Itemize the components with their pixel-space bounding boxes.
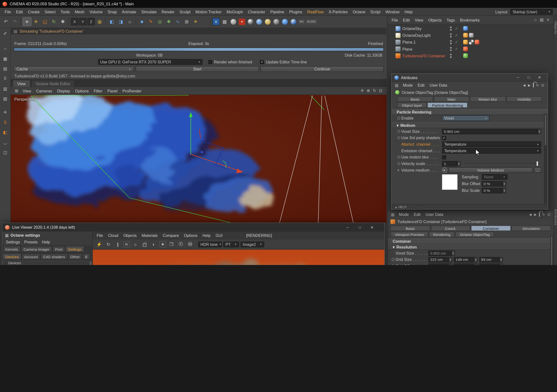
octane-settings-menu-item[interactable]: Presets [22,240,40,244]
render-view-icon[interactable]: ◧ [107,17,116,26]
render-settings-icon[interactable]: ☼ [125,17,134,26]
attributes-tab[interactable]: Motion blur [470,96,506,102]
subdivision-surface-icon[interactable]: ◎ [155,17,164,26]
light-icon[interactable]: ☀ [191,17,200,26]
region-render-icon[interactable]: R [123,241,130,247]
xparticles-icon[interactable]: X [212,18,220,25]
snap-icon[interactable]: ◡ [1,138,10,147]
container-tab[interactable]: Octane ObjectTag [455,232,494,237]
medium-group-header[interactable]: ▾ Medium [392,122,548,128]
menu-item[interactable]: Octane [350,9,368,14]
attributes-tab[interactable]: Basic [397,96,433,102]
grid-offset-z-field[interactable]: 0 cm▲▼ [479,263,503,265]
blend-icon[interactable]: BLEND [306,19,317,24]
lock-resolution-icon[interactable] [140,240,148,248]
octane-settings-tab[interactable]: Settings [65,246,84,252]
axis-lock-z-icon[interactable]: Z [87,18,95,25]
object-row-selected[interactable]: TurbulenceFD Container [388,52,553,59]
gray-sphere-icon[interactable] [231,19,236,25]
perspective-viewport[interactable]: Perspective [11,95,386,223]
spline-pen-icon[interactable]: ✎ [146,17,155,26]
viewport-menu-item[interactable]: Display [55,89,73,93]
viewport-maximize-icon[interactable]: ⊡ [379,88,382,93]
team-render-icon[interactable]: ▩ [220,17,229,26]
container-tab[interactable]: Basic [391,226,430,231]
attributes-titlebar[interactable]: Attributes ─ □ ✕ [392,74,548,82]
phong-tag-icon[interactable] [463,40,468,44]
grid-size-y-field[interactable]: 149 cm▲▼ [454,257,478,262]
stepper-icon[interactable]: ▲▼ [449,263,452,265]
prev-object-icon[interactable]: ◀ [529,213,532,216]
panel-scrollbar[interactable] [550,236,553,265]
close-icon[interactable]: ✕ [366,224,378,231]
enabled-check-icon[interactable]: ✓ [455,26,459,30]
om-home-icon[interactable]: ⌂ [534,17,537,22]
close-icon[interactable]: ✕ [534,74,545,81]
octane-settings-subtab[interactable]: Other [68,253,82,259]
om-filter-icon[interactable]: ▤ [540,17,543,22]
attributes-tab[interactable]: Main [434,96,469,102]
motion-blur-checkbox[interactable] [442,155,446,159]
sampling-select[interactable]: None ▼ [482,174,508,180]
octane-sky-ball-icon[interactable] [256,19,262,25]
menu-item[interactable]: Create [25,9,42,14]
viewport-tab[interactable]: Octane Node Editor [31,80,75,87]
edge-tab-attributes[interactable]: Attributes [554,209,557,226]
render-view[interactable]: Out-of-core used/max:0Kb/8Gb Grey8/16: 0… [93,249,385,265]
viewport-menu-item[interactable]: Panel [105,89,120,93]
maximize-icon[interactable]: □ [354,224,366,231]
menu-item[interactable]: Render [159,9,177,14]
keyframe-dot-icon[interactable] [397,156,400,159]
settings-scrollbar[interactable] [89,261,92,265]
menu-item[interactable]: Plugins [287,9,305,14]
octane-settings-menu-item[interactable]: Help [40,240,52,244]
attributes-dock-menu-item[interactable]: Edit [411,212,423,217]
container-tab[interactable]: Rendering [429,232,455,237]
panel-grid-icon[interactable]: ⊡ [548,213,550,216]
next-object-icon[interactable]: ▶ [528,83,530,87]
live-viewer-menu-item[interactable]: Help [200,234,213,238]
live-viewer-menu-item[interactable]: Materials [139,234,160,238]
octane-sun-ball-icon[interactable] [265,19,271,25]
attributes-tab[interactable]: Object layer [397,102,426,108]
attributes-dock-menu-item[interactable]: User Data [423,212,446,217]
viewport-orbit-icon[interactable]: ↻ [373,88,376,93]
render-settings-icon[interactable]: ☼ [131,240,139,248]
visibility-toggles[interactable] [450,33,452,38]
viewport-menu-item[interactable]: Options [73,89,91,93]
octane-settings-tab[interactable]: Post [52,246,65,252]
abs-sct-channel-select[interactable]: Temperature ▼ [442,141,541,147]
resolution-group-header[interactable]: ▾ Resolution [388,244,554,250]
paint-mode-icon[interactable]: ◧ [1,128,10,137]
stepper-icon[interactable]: ▲▼ [449,257,452,262]
gpu-select[interactable]: Use GPU 0: GeForce RTX 2070 SUPER ▼ [98,59,203,65]
enabled-check-icon[interactable]: ✓ [455,33,459,37]
refresh-render-icon[interactable]: ↻ [105,240,113,248]
model-mode-icon[interactable]: ○ [1,44,10,53]
menu-item[interactable]: Edit [14,9,25,14]
viewport-camera-label[interactable]: Perspective [14,97,35,101]
workplane-mode-icon[interactable]: ▤ [1,64,10,73]
convert-tool-icon[interactable]: ✐ [1,29,10,38]
attributes-menu-item[interactable]: Edit [415,83,427,87]
stepper-icon[interactable]: ▲▼ [503,181,506,186]
viewport-menu-item[interactable]: Cameras [34,89,55,93]
record-icon[interactable]: ● [239,18,245,25]
menu-item[interactable]: Mesh [72,9,87,14]
texture-tag-icon[interactable] [469,40,474,44]
menu-item[interactable]: Select [42,9,58,14]
menu-item[interactable]: Volume [87,9,105,14]
object-manager-menu-item[interactable]: Tags [444,18,457,22]
image-select[interactable]: Image2 ▼ [240,242,264,247]
attributes-tab[interactable]: Particle Rendering [427,102,467,108]
enable-mode-select[interactable]: Voxel ▼ [442,115,489,121]
menu-item[interactable]: Tools [58,9,72,14]
octane-settings-tab[interactable]: Camera Imager [21,246,52,252]
container-tab[interactable]: Container [471,226,511,231]
object-manager-menu-item[interactable]: Objects [426,18,444,22]
more-button[interactable]: ... [534,167,541,173]
render-to-picture-viewer-icon[interactable]: ◨ [116,17,125,26]
enabled-check-icon[interactable]: ✓ [455,47,459,51]
menu-item[interactable]: Pipeline [268,9,287,14]
velocity-scale-slider[interactable] [464,161,541,166]
